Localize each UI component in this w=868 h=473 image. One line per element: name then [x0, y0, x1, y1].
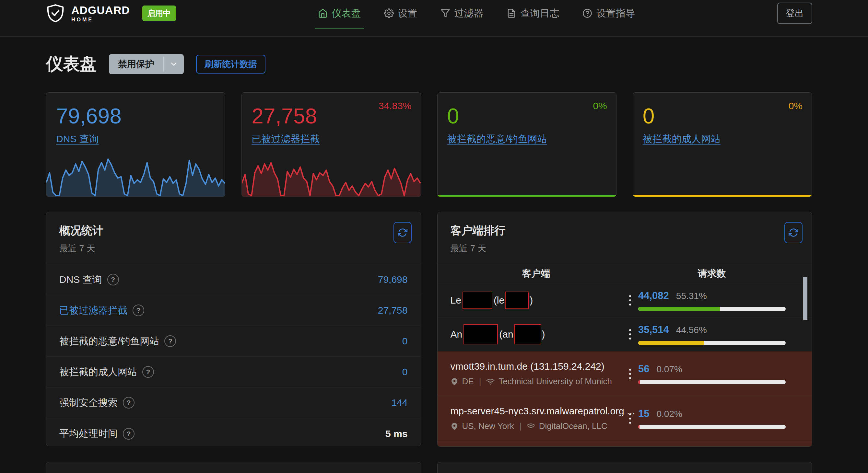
client-meta: US, New York | DigitalOcean, LLC	[451, 421, 622, 431]
page-title-row: 仪表盘 禁用保护 刷新统计数据	[46, 53, 812, 75]
disable-protection-button[interactable]: 禁用保护	[109, 54, 163, 74]
blocked-label-link[interactable]: 已被过滤器拦截	[251, 132, 319, 146]
shield-check-icon	[45, 3, 65, 23]
top-clients-refresh-button[interactable]	[784, 222, 803, 243]
client-menu-kebab[interactable]	[622, 413, 638, 424]
client-request-count: 35,514	[638, 324, 669, 336]
client-progress-bar	[638, 341, 786, 345]
funnel-icon	[440, 8, 450, 18]
client-row: An(an) 35,514 44.56%	[438, 317, 812, 351]
adult-value: 0	[643, 104, 802, 128]
location-pin-icon	[451, 378, 458, 385]
refresh-icon	[788, 228, 798, 238]
malware-percent: 0%	[593, 100, 607, 112]
gear-icon	[384, 8, 394, 18]
stats-value: 0	[402, 336, 408, 347]
adguard-logo[interactable]: ADGUARD HOME 启用中	[45, 3, 176, 23]
client-menu-kebab[interactable]	[622, 329, 638, 340]
client-name: An(an)	[451, 324, 622, 344]
help-icon[interactable]: ?	[107, 274, 119, 285]
stat-card-blocked-adult: 0% 0 被拦截的成人网站	[633, 92, 812, 197]
redaction-box	[514, 324, 541, 344]
client-progress-bar	[638, 380, 786, 384]
general-stats-refresh-button[interactable]	[394, 222, 412, 243]
dns-queries-label-link[interactable]: DNS 查询	[56, 132, 99, 146]
main-nav: 仪表盘 设置 过滤器 查询日志 设置指导	[176, 7, 777, 20]
nav-item-query-log[interactable]: 查询日志	[506, 7, 559, 20]
stats-value: 79,698	[378, 274, 408, 285]
question-icon	[583, 8, 592, 18]
clients-scrollbar-thumb[interactable]	[803, 277, 807, 320]
help-icon[interactable]: ?	[123, 397, 134, 409]
dashboard-page: 仪表盘 禁用保护 刷新统计数据 79,698 DNS 查询 34.83% 27,…	[0, 53, 868, 473]
nav-item-filters[interactable]: 过滤器	[440, 7, 483, 20]
stats-row-blocked-malware: 被拦截的恶意/钓鱼网站 ? 0	[46, 326, 421, 357]
logout-button[interactable]: 登出	[777, 3, 812, 24]
nav-item-setup-guide[interactable]: 设置指导	[583, 7, 635, 20]
panels-row: 概况统计 最近 7 天 DNS 查询 ? 79,698 已被过滤器拦截 ? 27…	[46, 212, 812, 447]
general-stats-title: 概况统计	[59, 223, 408, 238]
stats-row-safe-search: 强制安全搜索 ? 144	[46, 387, 421, 418]
client-request-count: 15	[638, 408, 649, 419]
page-title: 仪表盘	[46, 53, 97, 75]
nav-item-dashboard[interactable]: 仪表盘	[318, 7, 361, 20]
client-request-percent: 55.31%	[676, 291, 707, 301]
general-statistics-panel: 概况统计 最近 7 天 DNS 查询 ? 79,698 已被过滤器拦截 ? 27…	[46, 212, 421, 446]
dns-queries-sparkline	[46, 149, 225, 197]
redaction-box	[463, 291, 492, 309]
location-pin-icon	[451, 422, 458, 430]
help-icon[interactable]: ?	[164, 335, 176, 347]
top-clients-panel: 客户端排行 最近 7 天 客户端 请求数 Le(le)	[437, 212, 812, 447]
blocked-percent: 34.83%	[379, 100, 412, 112]
redaction-box	[464, 324, 498, 344]
chevron-down-icon	[169, 60, 178, 69]
help-icon[interactable]: ?	[142, 366, 154, 378]
stats-value: 0	[402, 367, 408, 377]
blocked-sparkline	[242, 149, 421, 197]
client-name: vmott39.in.tum.de (131.159.24.242)	[451, 361, 622, 372]
stats-value: 144	[391, 397, 407, 408]
stat-card-dns-queries: 79,698 DNS 查询	[46, 92, 225, 197]
column-header-client: 客户端	[451, 267, 622, 280]
adult-label-link[interactable]: 被拦截的成人网站	[643, 132, 720, 146]
bottom-right-panel	[437, 462, 812, 473]
help-icon[interactable]: ?	[123, 428, 134, 440]
client-request-percent: 0.07%	[656, 364, 682, 375]
malware-value: 0	[447, 104, 607, 128]
protection-status-badge: 启用中	[142, 5, 176, 21]
redaction-box	[505, 291, 529, 309]
client-menu-kebab[interactable]	[622, 369, 638, 379]
nav-item-settings[interactable]: 设置	[384, 7, 417, 20]
client-menu-kebab[interactable]	[622, 295, 638, 306]
bottom-left-panel	[46, 462, 421, 473]
help-icon[interactable]: ?	[132, 305, 144, 316]
stat-card-blocked-by-filters: 34.83% 27,758 已被过滤器拦截	[242, 92, 421, 197]
wifi-icon	[486, 377, 495, 386]
refresh-statistics-button[interactable]: 刷新统计数据	[196, 55, 266, 73]
client-row-highlighted: vmott39.in.tum.de (131.159.24.242) DE | …	[438, 351, 812, 396]
stats-row-avg-processing-time: 平均处理时间 ? 5 ms	[46, 418, 421, 446]
client-request-count: 44,082	[638, 290, 669, 302]
stats-row-blocked-adult: 被拦截的成人网站 ? 0	[46, 357, 421, 387]
client-row-highlighted: mp-server45-nyc3.srv.malwarepatrol.org .…	[438, 396, 812, 441]
client-row: Le(le) 44,082 55.31%	[438, 283, 812, 317]
client-request-percent: 44.56%	[676, 325, 707, 335]
top-clients-title: 客户端排行	[451, 223, 799, 238]
client-meta: DE | Technical University of Munich	[451, 376, 622, 386]
client-name: Le(le)	[451, 291, 622, 309]
malware-label-link[interactable]: 被拦截的恶意/钓鱼网站	[447, 132, 547, 146]
client-request-count: 56	[638, 363, 649, 375]
column-header-requests: 请求数	[638, 267, 786, 280]
top-navbar: ADGUARD HOME 启用中 仪表盘 设置 过滤器 查询日志 设置指导 登出	[0, 0, 868, 37]
adult-flatline	[633, 195, 812, 197]
top-clients-subtitle: 最近 7 天	[451, 243, 799, 254]
stats-value: 27,758	[378, 305, 408, 316]
adult-percent: 0%	[788, 100, 803, 112]
client-name: mp-server45-nyc3.srv.malwarepatrol.org .…	[451, 406, 622, 417]
brand-name: ADGUARD	[71, 4, 130, 15]
disable-protection-caret-button[interactable]	[164, 54, 184, 74]
clients-table-header: 客户端 请求数	[438, 264, 812, 283]
malware-flatline	[438, 195, 616, 197]
stat-card-blocked-malware: 0% 0 被拦截的恶意/钓鱼网站	[437, 92, 617, 197]
client-progress-bar	[638, 425, 786, 429]
